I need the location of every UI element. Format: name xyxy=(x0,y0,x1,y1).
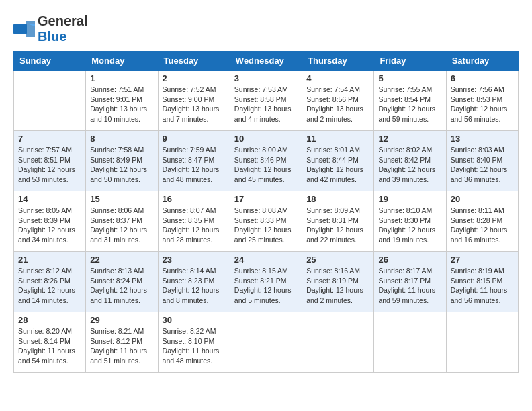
sunrise-text: Sunrise: 8:07 AM xyxy=(163,205,226,216)
sunset-text: Sunset: 8:24 PM xyxy=(90,276,153,286)
daylight-text: Daylight: 12 hours and 31 minutes. xyxy=(90,225,153,244)
day-info: Sunrise: 8:16 AMSunset: 8:19 PMDaylight:… xyxy=(306,266,369,306)
sunset-text: Sunset: 8:15 PM xyxy=(451,276,514,286)
sunset-text: Sunset: 8:47 PM xyxy=(163,155,226,165)
logo: General Blue xyxy=(13,13,87,44)
sunrise-text: Sunrise: 8:14 AM xyxy=(163,266,226,276)
day-number: 21 xyxy=(18,255,81,265)
daylight-text: Daylight: 12 hours and 8 minutes. xyxy=(163,285,226,305)
calendar-cell xyxy=(302,312,374,373)
sunrise-text: Sunrise: 8:21 AM xyxy=(90,326,153,336)
sunrise-text: Sunrise: 7:58 AM xyxy=(90,145,153,155)
daylight-text: Daylight: 12 hours and 50 minutes. xyxy=(90,165,153,184)
calendar-cell: 9Sunrise: 7:59 AMSunset: 8:47 PMDaylight… xyxy=(158,131,230,191)
svg-marker-1 xyxy=(26,21,35,37)
sunrise-text: Sunrise: 8:15 AM xyxy=(234,266,298,276)
calendar-cell: 7Sunrise: 7:57 AMSunset: 8:51 PMDaylight… xyxy=(14,131,86,191)
sunrise-text: Sunrise: 8:06 AM xyxy=(90,205,153,216)
daylight-text: Daylight: 13 hours and 2 minutes. xyxy=(306,104,369,124)
daylight-text: Daylight: 12 hours and 39 minutes. xyxy=(378,165,441,184)
day-info: Sunrise: 7:54 AMSunset: 8:56 PMDaylight:… xyxy=(306,85,369,124)
calendar-table: SundayMondayTuesdayWednesdayThursdayFrid… xyxy=(13,51,519,373)
sunrise-text: Sunrise: 7:51 AM xyxy=(90,85,153,95)
page-header: General Blue xyxy=(13,13,519,44)
calendar-cell: 13Sunrise: 8:03 AMSunset: 8:40 PMDayligh… xyxy=(446,131,518,191)
day-number: 27 xyxy=(451,255,514,265)
sunset-text: Sunset: 8:33 PM xyxy=(234,216,298,226)
day-info: Sunrise: 7:52 AMSunset: 9:00 PMDaylight:… xyxy=(163,85,226,124)
day-info: Sunrise: 8:09 AMSunset: 8:31 PMDaylight:… xyxy=(306,205,369,245)
day-info: Sunrise: 8:02 AMSunset: 8:42 PMDaylight:… xyxy=(378,145,441,185)
day-number: 11 xyxy=(306,134,369,144)
sunrise-text: Sunrise: 8:01 AM xyxy=(306,145,369,155)
daylight-text: Daylight: 13 hours and 10 minutes. xyxy=(90,104,153,124)
calendar-cell: 21Sunrise: 8:12 AMSunset: 8:26 PMDayligh… xyxy=(14,252,86,312)
daylight-text: Daylight: 12 hours and 14 minutes. xyxy=(18,285,81,305)
calendar-cell: 27Sunrise: 8:19 AMSunset: 8:15 PMDayligh… xyxy=(446,252,518,312)
sunset-text: Sunset: 8:39 PM xyxy=(18,216,81,226)
sunset-text: Sunset: 8:46 PM xyxy=(234,155,298,165)
header-tuesday: Tuesday xyxy=(158,52,230,71)
daylight-text: Daylight: 12 hours and 2 minutes. xyxy=(306,285,369,305)
day-info: Sunrise: 7:56 AMSunset: 8:53 PMDaylight:… xyxy=(451,85,514,124)
sunrise-text: Sunrise: 8:22 AM xyxy=(163,326,226,336)
daylight-text: Daylight: 12 hours and 42 minutes. xyxy=(306,165,369,184)
day-number: 13 xyxy=(451,134,514,144)
daylight-text: Daylight: 11 hours and 51 minutes. xyxy=(90,346,153,365)
daylight-text: Daylight: 12 hours and 19 minutes. xyxy=(378,225,441,244)
sunset-text: Sunset: 8:42 PM xyxy=(378,155,441,165)
logo-icon xyxy=(13,18,35,40)
day-number: 19 xyxy=(378,194,441,204)
day-info: Sunrise: 8:07 AMSunset: 8:35 PMDaylight:… xyxy=(163,205,226,245)
calendar-cell xyxy=(14,71,86,131)
day-number: 24 xyxy=(234,255,298,265)
sunset-text: Sunset: 8:19 PM xyxy=(306,276,369,286)
daylight-text: Daylight: 12 hours and 22 minutes. xyxy=(306,225,369,244)
sunrise-text: Sunrise: 8:00 AM xyxy=(234,145,298,155)
day-info: Sunrise: 8:11 AMSunset: 8:28 PMDaylight:… xyxy=(451,205,514,245)
sunset-text: Sunset: 8:54 PM xyxy=(378,95,441,105)
sunset-text: Sunset: 8:10 PM xyxy=(163,336,226,347)
header-sunday: Sunday xyxy=(14,52,86,71)
calendar-cell: 20Sunrise: 8:11 AMSunset: 8:28 PMDayligh… xyxy=(446,191,518,252)
sunrise-text: Sunrise: 8:19 AM xyxy=(451,266,514,276)
day-info: Sunrise: 8:20 AMSunset: 8:14 PMDaylight:… xyxy=(18,326,81,366)
sunset-text: Sunset: 8:37 PM xyxy=(90,216,153,226)
day-number: 26 xyxy=(378,255,441,265)
calendar-cell: 17Sunrise: 8:08 AMSunset: 8:33 PMDayligh… xyxy=(230,191,302,252)
calendar-week-2: 7Sunrise: 7:57 AMSunset: 8:51 PMDaylight… xyxy=(14,131,519,191)
day-info: Sunrise: 7:55 AMSunset: 8:54 PMDaylight:… xyxy=(378,85,441,124)
day-number: 29 xyxy=(90,315,153,325)
day-number: 30 xyxy=(163,315,226,325)
day-number: 5 xyxy=(378,73,441,83)
calendar-week-3: 14Sunrise: 8:05 AMSunset: 8:39 PMDayligh… xyxy=(14,191,519,252)
header-wednesday: Wednesday xyxy=(230,52,302,71)
sunrise-text: Sunrise: 8:09 AM xyxy=(306,205,369,216)
daylight-text: Daylight: 12 hours and 11 minutes. xyxy=(90,285,153,305)
day-number: 4 xyxy=(306,73,369,83)
calendar-cell: 18Sunrise: 8:09 AMSunset: 8:31 PMDayligh… xyxy=(302,191,374,252)
sunrise-text: Sunrise: 8:20 AM xyxy=(18,326,81,336)
day-number: 7 xyxy=(18,134,81,144)
header-friday: Friday xyxy=(374,52,446,71)
sunrise-text: Sunrise: 7:55 AM xyxy=(378,85,441,95)
daylight-text: Daylight: 12 hours and 59 minutes. xyxy=(378,104,441,124)
day-info: Sunrise: 7:57 AMSunset: 8:51 PMDaylight:… xyxy=(18,145,81,185)
day-number: 18 xyxy=(306,194,369,204)
day-info: Sunrise: 8:12 AMSunset: 8:26 PMDaylight:… xyxy=(18,266,81,306)
calendar-cell: 1Sunrise: 7:51 AMSunset: 9:01 PMDaylight… xyxy=(86,71,158,131)
day-info: Sunrise: 8:03 AMSunset: 8:40 PMDaylight:… xyxy=(451,145,514,185)
day-info: Sunrise: 8:05 AMSunset: 8:39 PMDaylight:… xyxy=(18,205,81,245)
calendar-cell xyxy=(446,312,518,373)
sunrise-text: Sunrise: 8:02 AM xyxy=(378,145,441,155)
day-number: 17 xyxy=(234,194,298,204)
day-number: 15 xyxy=(90,194,153,204)
sunset-text: Sunset: 8:51 PM xyxy=(18,155,81,165)
day-info: Sunrise: 7:58 AMSunset: 8:49 PMDaylight:… xyxy=(90,145,153,185)
day-number: 12 xyxy=(378,134,441,144)
day-number: 10 xyxy=(234,134,298,144)
day-number: 16 xyxy=(163,194,226,204)
daylight-text: Daylight: 13 hours and 7 minutes. xyxy=(163,104,226,124)
calendar-cell: 14Sunrise: 8:05 AMSunset: 8:39 PMDayligh… xyxy=(14,191,86,252)
daylight-text: Daylight: 12 hours and 28 minutes. xyxy=(163,225,226,244)
